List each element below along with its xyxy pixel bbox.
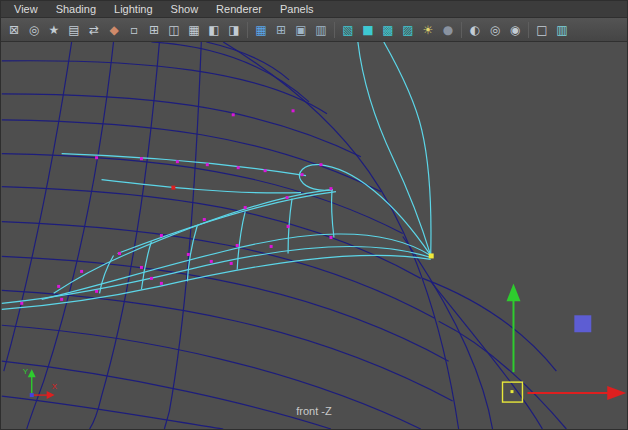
cv-dot[interactable] bbox=[60, 298, 63, 301]
cv-dot[interactable] bbox=[292, 109, 295, 112]
cv-dot[interactable] bbox=[232, 113, 235, 116]
gate-mask-icon[interactable]: ◫ bbox=[164, 20, 184, 40]
toolbar-separator bbox=[334, 22, 335, 38]
shadows-icon[interactable]: ● bbox=[438, 20, 458, 40]
object-details-icon[interactable]: ▥ bbox=[311, 20, 331, 40]
menu-panels[interactable]: Panels bbox=[271, 1, 323, 17]
menu-shading[interactable]: Shading bbox=[47, 1, 105, 17]
cv-dot[interactable] bbox=[329, 236, 332, 239]
film-gate-icon[interactable]: ▫ bbox=[124, 20, 144, 40]
resolution-gate-icon[interactable]: ⊞ bbox=[144, 20, 164, 40]
cv-dot[interactable] bbox=[150, 277, 153, 280]
cv-dot[interactable] bbox=[203, 218, 206, 221]
end-cv[interactable] bbox=[429, 253, 434, 258]
cv-dot[interactable] bbox=[287, 225, 290, 228]
motion-blur-icon[interactable]: ◎ bbox=[485, 20, 505, 40]
cv-dot[interactable] bbox=[140, 266, 143, 269]
gizmo-z-dot bbox=[30, 393, 34, 397]
axis-gizmo: Y X bbox=[23, 367, 58, 399]
cv-dot[interactable] bbox=[270, 245, 273, 248]
manip-y-arrowhead[interactable] bbox=[507, 283, 521, 301]
cv-dot[interactable] bbox=[95, 290, 98, 293]
grid-icon[interactable]: ▦ bbox=[251, 20, 271, 40]
smooth-shade-icon[interactable]: ■ bbox=[358, 20, 378, 40]
cv-dot[interactable] bbox=[118, 252, 121, 255]
xray-icon[interactable]: ▥ bbox=[552, 20, 572, 40]
toolbar-separator bbox=[247, 22, 248, 38]
wireframe-display-icon[interactable]: ▧ bbox=[338, 20, 358, 40]
selected-cv[interactable] bbox=[171, 186, 175, 190]
textured-icon[interactable]: ▩ bbox=[378, 20, 398, 40]
blue-handle-square[interactable] bbox=[574, 315, 591, 332]
grease-pencil-icon[interactable]: ◆ bbox=[104, 20, 124, 40]
surface-isoparms bbox=[2, 42, 567, 429]
maya-viewport-panel: View Shading Lighting Show Renderer Pane… bbox=[0, 0, 628, 430]
cv-dot[interactable] bbox=[176, 160, 179, 163]
all-lights-icon[interactable]: ☀ bbox=[418, 20, 438, 40]
default-material-icon[interactable]: ▨ bbox=[398, 20, 418, 40]
control-vertices[interactable] bbox=[20, 109, 332, 304]
cv-dot[interactable] bbox=[286, 196, 289, 199]
axis-display-icon[interactable]: ▣ bbox=[291, 20, 311, 40]
move-manipulator bbox=[503, 283, 627, 402]
field-chart-icon[interactable]: ▦ bbox=[184, 20, 204, 40]
viewport[interactable]: Y X front -Z bbox=[1, 42, 627, 429]
cv-dot[interactable] bbox=[264, 169, 267, 172]
cv-dot[interactable] bbox=[237, 166, 240, 169]
menu-lighting[interactable]: Lighting bbox=[105, 1, 162, 17]
cv-dot[interactable] bbox=[319, 163, 322, 166]
manip-x-arrowhead[interactable] bbox=[607, 386, 626, 400]
cv-dot[interactable] bbox=[20, 302, 23, 305]
panel-menubar: View Shading Lighting Show Renderer Pane… bbox=[1, 1, 627, 18]
cv-dot[interactable] bbox=[236, 244, 239, 247]
cv-dot[interactable] bbox=[210, 260, 213, 263]
cv-dot[interactable] bbox=[80, 270, 83, 273]
toolbar-separator bbox=[528, 22, 529, 38]
cv-dot[interactable] bbox=[57, 285, 60, 288]
scene-wireframe: Y X bbox=[1, 42, 627, 429]
cv-dot[interactable] bbox=[95, 156, 98, 159]
view-axis-label: front -Z bbox=[1, 405, 627, 417]
cv-dot[interactable] bbox=[160, 234, 163, 237]
menu-show[interactable]: Show bbox=[162, 1, 208, 17]
safe-title-icon[interactable]: ◨ bbox=[224, 20, 244, 40]
cv-dot[interactable] bbox=[244, 206, 247, 209]
safe-action-icon[interactable]: ◧ bbox=[204, 20, 224, 40]
image-plane-icon[interactable]: ▤ bbox=[64, 20, 84, 40]
gizmo-x-arrowhead bbox=[47, 391, 55, 399]
bookmarks-icon[interactable]: ★ bbox=[44, 20, 64, 40]
toolbar-separator bbox=[461, 22, 462, 38]
multisample-aa-icon[interactable]: ◉ bbox=[505, 20, 525, 40]
menu-renderer[interactable]: Renderer bbox=[207, 1, 271, 17]
two-d-pan-zoom-icon[interactable]: ⇄ bbox=[84, 20, 104, 40]
manip-center-dot[interactable] bbox=[510, 390, 513, 393]
cv-dot[interactable] bbox=[301, 173, 304, 176]
hud-icon[interactable]: ⊞ bbox=[271, 20, 291, 40]
camera-lock-icon[interactable]: ⊠ bbox=[4, 20, 24, 40]
camera-attributes-icon[interactable]: ◎ bbox=[24, 20, 44, 40]
gizmo-x-label: X bbox=[52, 382, 58, 391]
gizmo-y-arrowhead bbox=[28, 369, 36, 377]
cv-dot[interactable] bbox=[206, 163, 209, 166]
screen-space-ao-icon[interactable]: ◐ bbox=[465, 20, 485, 40]
highlight-curves[interactable] bbox=[2, 42, 431, 309]
cv-dot[interactable] bbox=[160, 282, 163, 285]
gizmo-y-label: Y bbox=[23, 367, 29, 376]
isolate-select-icon[interactable]: □ bbox=[532, 20, 552, 40]
cv-dot[interactable] bbox=[230, 262, 233, 265]
menu-view[interactable]: View bbox=[5, 1, 47, 17]
cv-dot[interactable] bbox=[187, 253, 190, 256]
panel-toolbar: ⊠ ◎ ★ ▤ ⇄ ◆ ▫ ⊞ ◫ ▦ ◧ ◨ ▦ ⊞ ▣ ▥ ▧ ■ ▩ ▨ … bbox=[1, 18, 627, 42]
cv-dot[interactable] bbox=[140, 157, 143, 160]
cv-dot[interactable] bbox=[329, 187, 332, 190]
